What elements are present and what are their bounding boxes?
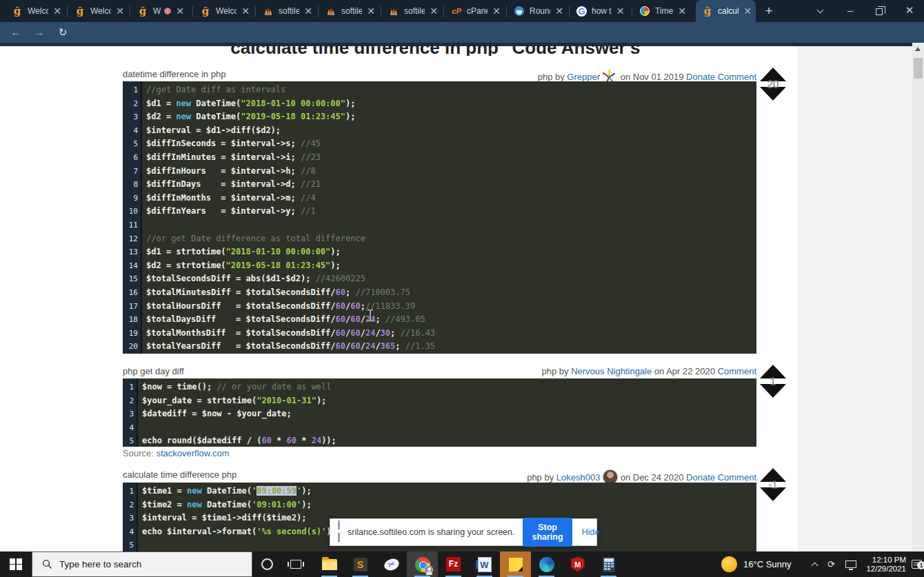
network-tray-icon[interactable]: [845, 551, 856, 577]
code-block[interactable]: 1234567891011121314151617181920//get Dat…: [123, 81, 756, 354]
by-label: php by: [527, 472, 556, 483]
author-link[interactable]: Grepper: [567, 72, 600, 82]
comment-link[interactable]: Comment: [718, 366, 756, 376]
scrollbar-up-arrow[interactable]: [915, 47, 921, 51]
tab-close-icon[interactable]: ✕: [492, 6, 501, 16]
window-close-button[interactable]: ✕: [896, 0, 923, 22]
code-block[interactable]: 12345$now = time(); // or your date as w…: [123, 378, 756, 447]
line-number: 8: [123, 178, 141, 192]
chrome-button[interactable]: [407, 551, 438, 577]
author-link[interactable]: Lokesh003: [556, 472, 601, 483]
task-view-button[interactable]: [281, 551, 310, 577]
tab-time-10[interactable]: Time✕: [633, 0, 693, 22]
softileo-favicon: [388, 6, 399, 17]
sublime-text-button[interactable]: S: [345, 551, 376, 577]
tab-close-icon[interactable]: ✕: [430, 6, 438, 16]
cortana-button[interactable]: [252, 551, 281, 577]
code-line: $totalMinutesDiff = $totalSecondsDiff/60…: [146, 286, 435, 300]
tab-close-icon[interactable]: ✕: [241, 6, 250, 16]
tab-label: cPane: [467, 6, 488, 16]
line-number: 2: [123, 498, 137, 512]
hide-share-bar-link[interactable]: Hide: [582, 527, 600, 537]
new-tab-button[interactable]: +: [761, 3, 777, 19]
filezilla-button[interactable]: Fz: [438, 551, 469, 577]
edge-icon: [539, 557, 554, 572]
line-number-gutter: 12345: [123, 378, 138, 447]
code-line: [146, 219, 435, 232]
sublime-text-icon: S: [354, 558, 368, 571]
tab-softile-6[interactable]: softile✕: [382, 0, 442, 22]
tab-search-chevron-icon[interactable]: [807, 0, 833, 22]
window-restore-button[interactable]: [866, 0, 892, 22]
answer-question-link[interactable]: calculate time difference php: [123, 469, 237, 480]
back-button[interactable]: ←: [7, 24, 25, 41]
word-button[interactable]: W: [469, 551, 500, 577]
tab-close-icon[interactable]: ✕: [176, 6, 184, 16]
forward-button[interactable]: →: [30, 24, 48, 41]
calculator-button[interactable]: [593, 551, 624, 577]
tab-close-icon[interactable]: ✕: [743, 6, 752, 16]
answer-question-link[interactable]: datetime difference in php: [123, 69, 225, 79]
comment-link[interactable]: Comment: [718, 472, 756, 483]
donate-link[interactable]: Donate: [686, 472, 715, 483]
sticky-notes-button[interactable]: [500, 551, 531, 577]
weather-widget[interactable]: 16°C Sunny: [721, 551, 792, 577]
tab-close-icon[interactable]: ✕: [53, 6, 61, 16]
notification-icon: 1: [912, 560, 922, 569]
stop-sharing-button[interactable]: Stop sharing: [523, 518, 572, 547]
file-explorer-icon: [322, 559, 337, 570]
code-line: $diffInSeconds = $interval->s; //45: [146, 137, 435, 151]
comment-link[interactable]: Comment: [718, 72, 756, 82]
answer-meta: php by Nervous Nightingale on Apr 22 202…: [541, 366, 756, 376]
tab-welco-1[interactable]: ğWelco✕: [68, 0, 128, 22]
tab-close-icon[interactable]: ✕: [678, 6, 686, 16]
tab-close-icon[interactable]: ✕: [116, 6, 124, 16]
author-link[interactable]: Nervous Nightingale: [571, 366, 652, 376]
reload-button[interactable]: ↻: [54, 24, 72, 41]
code-line: $d2 = new DateTime("2019-05-18 01:23:45"…: [146, 110, 435, 124]
date-label: on Dec 24 2020: [618, 472, 686, 483]
roundcube-favicon: [514, 6, 525, 17]
tab-close-icon[interactable]: ✕: [367, 6, 375, 16]
tab-welco-3[interactable]: ğWelco✕: [194, 0, 254, 22]
tray-overflow-button[interactable]: [812, 551, 817, 577]
text-cursor: [366, 309, 374, 322]
window-minimize-button[interactable]: –: [837, 0, 863, 22]
tab-cpane-7[interactable]: cPcPane✕: [445, 0, 505, 22]
edge-button[interactable]: [531, 551, 562, 577]
scrollbar-thumb[interactable]: [914, 58, 923, 79]
by-label: php by: [538, 72, 568, 82]
page-title: calculate time difference in php "Code A…: [123, 46, 756, 56]
code-line: $totalSecondsDiff = abs($d1-$d2); //4260…: [146, 272, 435, 286]
code-line: $diffInMonths = $interval->m; //4: [146, 192, 435, 205]
source-link[interactable]: stackoverflow.com: [156, 448, 229, 458]
mcafee-button[interactable]: M: [562, 551, 593, 577]
tab-label: calcul: [718, 6, 739, 16]
code-line: $totalDaysDiff = $totalSecondsDiff/60/60…: [146, 313, 435, 327]
tab-welco-0[interactable]: ğWelco✕: [6, 0, 66, 22]
answer-question-link[interactable]: php get day diff: [123, 366, 184, 376]
sync-tray-icon[interactable]: ⟳: [827, 551, 835, 577]
tab-close-icon[interactable]: ✕: [616, 6, 625, 16]
tab-close-icon[interactable]: ✕: [304, 6, 312, 16]
code-line: $time1 = new DateTime('09:00:59');: [142, 485, 337, 498]
tab-how-t-9[interactable]: Ghow t✕: [570, 0, 630, 22]
tab-softile-4[interactable]: softile✕: [257, 0, 317, 22]
tab-softile-5[interactable]: softile✕: [319, 0, 379, 22]
action-center-button[interactable]: 1: [912, 551, 922, 577]
taskbar-search-input[interactable]: Type here to search: [32, 551, 252, 577]
donate-link[interactable]: Donate: [686, 72, 715, 82]
line-number: 1: [123, 485, 137, 498]
start-button[interactable]: [0, 551, 32, 577]
tab-round-8[interactable]: Round✕: [508, 0, 568, 22]
line-number: 13: [123, 245, 141, 259]
tab-calcul-11[interactable]: ğcalcul✕: [696, 0, 756, 22]
tab-w-2[interactable]: ğW✕: [131, 0, 191, 22]
line-number: 2: [123, 97, 141, 111]
line-number: 5: [123, 538, 137, 552]
vote-count: -1: [759, 480, 787, 489]
tab-close-icon[interactable]: ✕: [555, 6, 563, 16]
file-explorer-button[interactable]: [314, 551, 345, 577]
taskbar-clock[interactable]: 12:10 PM 12/29/2021: [863, 551, 906, 577]
snipping-tool-button[interactable]: ✂: [376, 551, 407, 577]
